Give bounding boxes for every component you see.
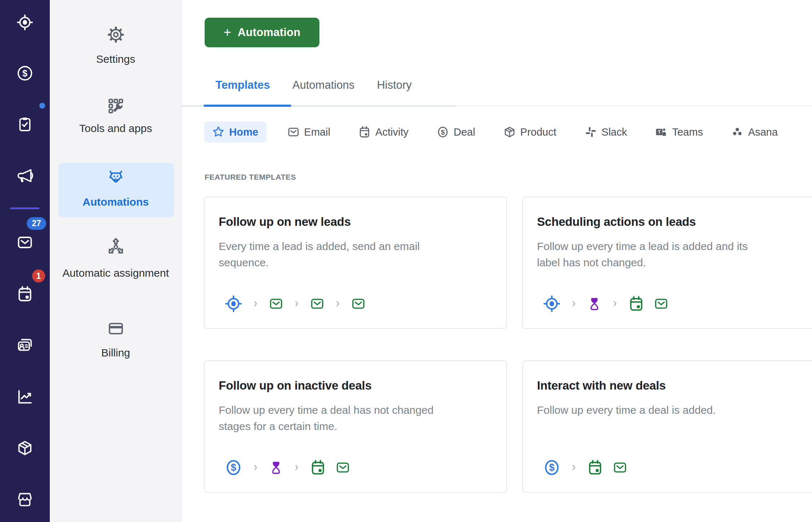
template-card-description: Follow up every time a deal has not chan… — [219, 402, 435, 434]
tasks-clipboard-icon — [17, 116, 33, 133]
template-card-follow-up-inactive-deals[interactable]: Follow up on inactive deals Follow up ev… — [204, 360, 507, 493]
leads-target-icon — [17, 14, 33, 31]
envelope-icon — [287, 126, 300, 138]
insights-chart-icon — [17, 389, 33, 405]
nav-activities[interactable] — [0, 286, 50, 302]
sidebar-item-tools-and-apps[interactable]: Tools and apps — [50, 122, 182, 135]
nav-contacts[interactable] — [0, 337, 50, 354]
nav-leads[interactable] — [0, 14, 50, 31]
dollar-circle-icon — [437, 126, 449, 138]
filter-chip-label: Slack — [602, 126, 627, 138]
automation-flow — [543, 295, 668, 312]
email-icon — [351, 297, 366, 311]
sidebar-item-automations-label: Automations — [50, 196, 182, 208]
email-icon — [654, 297, 668, 311]
slack-icon — [585, 126, 597, 138]
main-content: + Automation Templates Automations Histo… — [182, 0, 812, 522]
deal-dollar-icon — [543, 459, 560, 476]
automation-flow — [543, 459, 627, 476]
chevron-right-icon — [334, 300, 341, 307]
add-automation-label: Automation — [237, 26, 300, 39]
filter-chip-label: Home — [229, 126, 258, 138]
template-card-title: Scheduling actions on leads — [537, 215, 812, 229]
template-card-title: Follow up on new leads — [219, 215, 506, 229]
email-icon — [269, 297, 283, 311]
svg-text:$: $ — [22, 68, 27, 78]
email-icon — [310, 297, 324, 311]
filter-chip-asana[interactable]: Asana — [731, 126, 778, 138]
mail-count-badge: 27 — [27, 217, 46, 230]
sidebar-item-settings[interactable]: Settings — [50, 53, 182, 65]
lead-target-icon — [225, 295, 242, 312]
gear-icon[interactable] — [50, 26, 182, 43]
sidebar-item-billing[interactable]: Billing — [50, 347, 182, 359]
template-card-description: Every time a lead is added, send an emai… — [219, 238, 435, 271]
robot-icon — [50, 168, 182, 187]
tasks-notification-dot — [39, 103, 45, 109]
nav-mail[interactable] — [0, 234, 50, 251]
template-card-grid: Follow up on new leads Every time a lead… — [204, 197, 812, 493]
box-icon — [503, 126, 516, 138]
tab-templates[interactable]: Templates — [215, 79, 270, 92]
products-box-icon — [17, 440, 33, 456]
chevron-right-icon — [252, 300, 259, 307]
tab-automations[interactable]: Automations — [292, 79, 354, 92]
filter-chip-activity[interactable]: Activity — [358, 126, 409, 138]
deals-dollar-icon: $ — [17, 65, 33, 82]
nav-rail-divider — [10, 207, 39, 209]
template-card-title: Interact with new deals — [537, 379, 812, 392]
nav-insights[interactable] — [0, 389, 50, 405]
chevron-right-icon — [252, 464, 259, 471]
filter-chip-home[interactable]: Home — [204, 122, 266, 142]
asana-icon — [731, 126, 743, 138]
filter-chip-label: Deal — [454, 126, 475, 138]
branch-arrows-icon[interactable] — [50, 237, 182, 256]
add-automation-button[interactable]: + Automation — [205, 18, 319, 47]
nav-products[interactable] — [0, 440, 50, 456]
email-icon — [613, 460, 627, 475]
automation-flow — [225, 459, 350, 476]
filter-chip-product[interactable]: Product — [503, 126, 556, 138]
template-filter-bar: Home Email Activity Deal Product — [204, 122, 778, 142]
nav-campaigns[interactable] — [0, 167, 50, 184]
automation-flow — [225, 295, 366, 312]
nav-rail: $ 27 — [0, 0, 50, 522]
filter-chip-label: Activity — [375, 126, 409, 138]
template-card-follow-up-new-leads[interactable]: Follow up on new leads Every time a lead… — [204, 197, 507, 329]
chevron-right-icon — [293, 464, 300, 471]
settings-sidebar: Settings Tools and apps — [50, 0, 182, 522]
active-tab-underline — [204, 105, 291, 107]
activity-calendar-icon — [310, 460, 326, 475]
chevron-right-icon — [570, 464, 577, 471]
email-icon — [336, 460, 350, 475]
template-card-interact-new-deals[interactable]: Interact with new deals Follow up every … — [522, 360, 812, 493]
chevron-right-icon — [611, 300, 619, 307]
filter-chip-slack[interactable]: Slack — [585, 126, 627, 138]
tools-wrench-icon[interactable] — [50, 98, 182, 114]
wait-hourglass-icon — [587, 297, 602, 311]
tab-bar: Templates Automations History — [215, 79, 412, 92]
teams-icon: T — [655, 126, 667, 138]
filter-chip-email[interactable]: Email — [287, 126, 331, 138]
template-card-scheduling-actions-leads[interactable]: Scheduling actions on leads Follow up ev… — [522, 197, 812, 329]
nav-deals[interactable]: $ — [0, 65, 50, 82]
filter-chip-label: Asana — [748, 126, 778, 138]
nav-tasks[interactable] — [0, 116, 50, 133]
lead-target-icon — [543, 295, 560, 312]
calendar-icon — [358, 126, 371, 138]
filter-chip-label: Product — [520, 126, 556, 138]
filter-chip-teams[interactable]: T Teams — [655, 126, 703, 138]
credit-card-icon[interactable] — [50, 320, 182, 337]
activities-count-badge: 1 — [32, 269, 45, 282]
plus-icon: + — [223, 26, 231, 39]
star-icon — [212, 126, 224, 138]
sidebar-item-automatic-assignment[interactable]: Automatic assignment — [50, 264, 182, 282]
mail-icon — [17, 234, 33, 251]
template-card-description: Follow up every time a lead is added and… — [537, 238, 754, 271]
filter-chip-deal[interactable]: Deal — [437, 126, 475, 138]
chevron-right-icon — [570, 300, 577, 307]
nav-marketplace[interactable] — [0, 491, 50, 508]
tab-history[interactable]: History — [377, 79, 411, 92]
campaigns-megaphone-icon — [17, 167, 33, 184]
svg-text:T: T — [658, 129, 661, 135]
